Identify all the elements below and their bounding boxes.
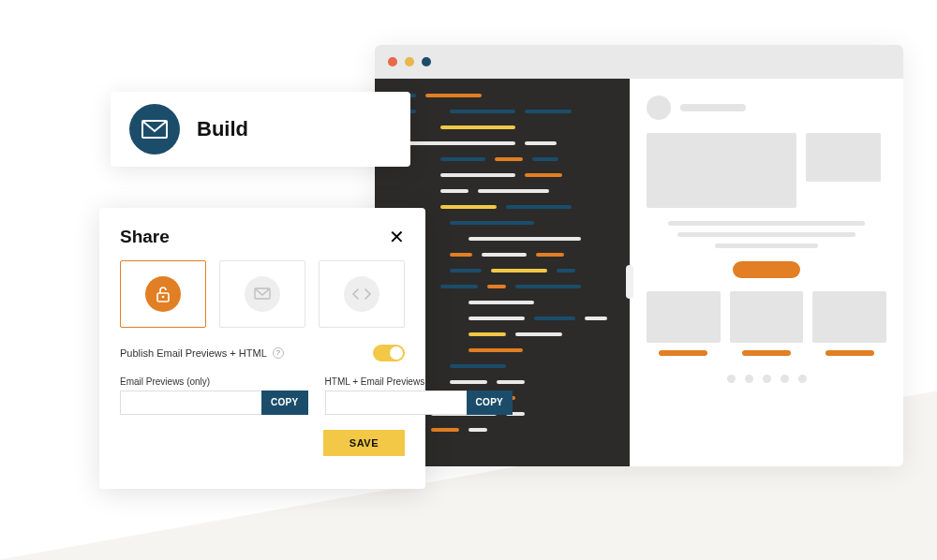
close-icon[interactable]: ✕: [389, 228, 405, 246]
svg-point-2: [162, 296, 165, 299]
traffic-light-close-icon[interactable]: [388, 57, 397, 66]
preview-grid: [647, 291, 886, 356]
preview-pane: [630, 79, 903, 466]
build-card[interactable]: Build: [111, 92, 410, 167]
traffic-light-min-icon[interactable]: [405, 57, 414, 66]
user-name-placeholder: [680, 104, 746, 111]
envelope-icon: [245, 276, 280, 312]
preview-pagination-dots: [647, 375, 886, 383]
preview-hero-row: [647, 133, 886, 208]
publish-label: Publish Email Previews + HTML: [120, 347, 267, 359]
traffic-light-max-icon[interactable]: [422, 57, 431, 66]
unlock-icon: [145, 276, 181, 312]
copy-button-a[interactable]: COPY: [261, 391, 308, 415]
envelope-icon: [129, 104, 180, 155]
preview-user-row: [647, 96, 886, 120]
field-a-label: Email Previews (only): [120, 376, 308, 387]
field-b-label: HTML + Email Previews: [325, 376, 513, 387]
field-b-input[interactable]: [325, 391, 467, 415]
copy-button-b[interactable]: COPY: [467, 391, 513, 415]
code-option[interactable]: [319, 260, 405, 328]
avatar: [647, 96, 671, 120]
field-a-input[interactable]: [120, 391, 261, 415]
share-title: Share: [120, 227, 170, 247]
preview-cta-button: [733, 261, 800, 278]
hero-side-image: [806, 133, 881, 182]
build-label: Build: [197, 117, 248, 141]
publish-toggle[interactable]: [373, 345, 405, 361]
email-option[interactable]: [219, 260, 305, 328]
pane-resize-handle[interactable]: [626, 265, 633, 299]
hero-image: [647, 133, 796, 208]
share-card: Share ✕: [99, 208, 425, 489]
window-chrome: [375, 45, 903, 79]
info-icon[interactable]: ?: [273, 347, 284, 359]
code-icon: [344, 276, 379, 312]
preview-text-block: [647, 221, 886, 248]
save-button[interactable]: SAVE: [323, 430, 405, 456]
public-option[interactable]: [120, 260, 206, 328]
share-option-row: [120, 260, 405, 328]
